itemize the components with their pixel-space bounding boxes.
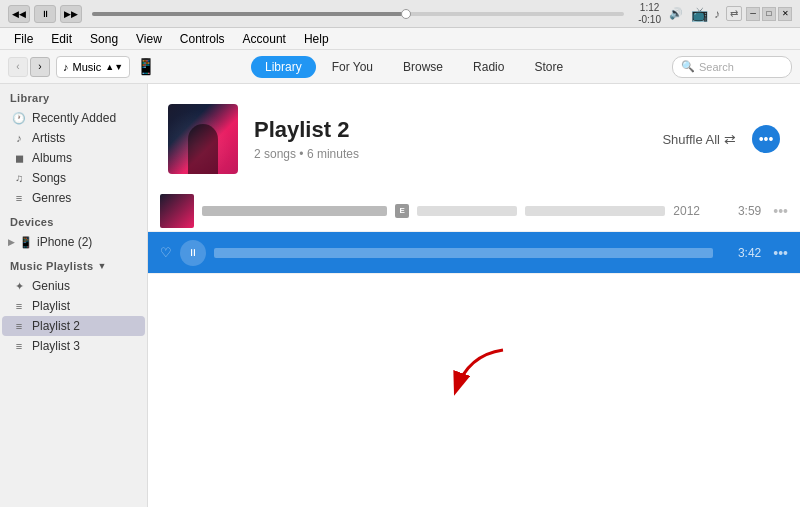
sidebar-item-albums[interactable]: ◼ Albums bbox=[2, 148, 145, 168]
maximize-button[interactable]: □ bbox=[762, 7, 776, 21]
content-area: Playlist 2 2 songs • 6 minutes Shuffle A… bbox=[148, 84, 800, 507]
source-selector[interactable]: ♪ Music ▲▼ bbox=[56, 56, 130, 78]
minimize-button[interactable]: ─ bbox=[746, 7, 760, 21]
sidebar-item-genres[interactable]: ≡ Genres bbox=[2, 188, 145, 208]
track2-more-button[interactable]: ••• bbox=[773, 245, 788, 261]
nav-bar: ‹ › ♪ Music ▲▼ 📱 Library For You Browse … bbox=[0, 50, 800, 84]
menu-account[interactable]: Account bbox=[235, 30, 294, 48]
music-note-small-icon: ♪ bbox=[63, 61, 69, 73]
sidebar: Library 🕐 Recently Added ♪ Artists ◼ Alb… bbox=[0, 84, 148, 507]
explicit-icon: E bbox=[395, 204, 409, 218]
artists-icon: ♪ bbox=[12, 132, 26, 144]
track2-name bbox=[214, 248, 713, 258]
sidebar-item-playlist3[interactable]: ≡ Playlist 3 bbox=[2, 336, 145, 356]
sidebar-item-recently-added[interactable]: 🕐 Recently Added bbox=[2, 108, 145, 128]
sidebar-label-playlist2: Playlist 2 bbox=[32, 319, 80, 333]
tab-for-you[interactable]: For You bbox=[318, 56, 387, 78]
songs-icon: ♫ bbox=[12, 172, 26, 184]
time-display: 1:12 -0:10 bbox=[638, 2, 661, 26]
track2-heart-button[interactable]: ♡ bbox=[160, 245, 172, 260]
sidebar-item-songs[interactable]: ♫ Songs bbox=[2, 168, 145, 188]
menu-help[interactable]: Help bbox=[296, 30, 337, 48]
airplay-icon[interactable]: 📺 bbox=[691, 6, 708, 22]
playlist-info: Playlist 2 2 songs • 6 minutes bbox=[254, 117, 638, 161]
iphone-icon: 📱 bbox=[19, 236, 33, 249]
menu-song[interactable]: Song bbox=[82, 30, 126, 48]
search-icon: 🔍 bbox=[681, 60, 695, 73]
sidebar-item-genius[interactable]: ✦ Genius bbox=[2, 276, 145, 296]
playlist2-icon: ≡ bbox=[12, 320, 26, 332]
progress-bar[interactable] bbox=[92, 12, 624, 16]
library-header: Library bbox=[0, 84, 147, 108]
ellipsis-icon: ••• bbox=[759, 131, 774, 147]
nav-arrows: ‹ › bbox=[8, 57, 50, 77]
playlists-header[interactable]: Music Playlists ▼ bbox=[0, 252, 147, 276]
table-row[interactable]: E 2012 3:59 ••• bbox=[148, 190, 800, 232]
time-elapsed: 1:12 bbox=[640, 2, 659, 14]
shuffle-all-button[interactable]: Shuffle All ⇄ bbox=[654, 127, 744, 151]
iphone-expander-icon[interactable]: ▶ bbox=[8, 237, 15, 247]
menu-controls[interactable]: Controls bbox=[172, 30, 233, 48]
nav-back[interactable]: ‹ bbox=[8, 57, 28, 77]
shuffle-icon[interactable]: ⇄ bbox=[726, 6, 742, 21]
sidebar-label-playlist: Playlist bbox=[32, 299, 70, 313]
devices-header: Devices bbox=[0, 208, 147, 232]
track2-duration: 3:42 bbox=[721, 246, 761, 260]
track1-more-button[interactable]: ••• bbox=[773, 203, 788, 219]
track1-year: 2012 bbox=[673, 204, 713, 218]
artwork-figure bbox=[188, 124, 218, 174]
menu-view[interactable]: View bbox=[128, 30, 170, 48]
genius-icon: ✦ bbox=[12, 280, 26, 293]
shuffle-all-label: Shuffle All bbox=[662, 132, 720, 147]
sidebar-label-recently-added: Recently Added bbox=[32, 111, 116, 125]
title-bar: ◀◀ ⏸ ▶▶ 1:12 -0:10 🔊 📺 ♪ ⇄ ─ □ ✕ bbox=[0, 0, 800, 28]
playlists-chevron-icon: ▼ bbox=[97, 261, 106, 271]
track1-artwork bbox=[160, 194, 194, 228]
nav-forward[interactable]: › bbox=[30, 57, 50, 77]
main-layout: Library 🕐 Recently Added ♪ Artists ◼ Alb… bbox=[0, 84, 800, 507]
tab-radio[interactable]: Radio bbox=[459, 56, 518, 78]
transport-controls: ◀◀ ⏸ ▶▶ 1:12 -0:10 🔊 📺 ♪ ⇄ bbox=[8, 2, 742, 26]
tab-store[interactable]: Store bbox=[520, 56, 577, 78]
playlist-artwork bbox=[168, 104, 238, 174]
forward-button[interactable]: ▶▶ bbox=[60, 5, 82, 23]
progress-thumb[interactable] bbox=[401, 9, 411, 19]
tab-library[interactable]: Library bbox=[251, 56, 316, 78]
sidebar-item-playlist2[interactable]: ≡ Playlist 2 bbox=[2, 316, 145, 336]
shuffle-all-icon: ⇄ bbox=[724, 131, 736, 147]
playlist-header: Playlist 2 2 songs • 6 minutes Shuffle A… bbox=[148, 84, 800, 190]
playlist-more-button[interactable]: ••• bbox=[752, 125, 780, 153]
annotation-arrow bbox=[438, 345, 518, 405]
menu-edit[interactable]: Edit bbox=[43, 30, 80, 48]
sidebar-item-playlist[interactable]: ≡ Playlist bbox=[2, 296, 145, 316]
track-list: E 2012 3:59 ••• ♡ ⏸ 3:42 ••• bbox=[148, 190, 800, 507]
menu-bar: File Edit Song View Controls Account Hel… bbox=[0, 28, 800, 50]
playlist-title: Playlist 2 bbox=[254, 117, 638, 143]
recently-added-icon: 🕐 bbox=[12, 112, 26, 125]
table-row[interactable]: ♡ ⏸ 3:42 ••• bbox=[148, 232, 800, 274]
source-chevron-icon: ▲▼ bbox=[105, 62, 123, 72]
track2-pause-button[interactable]: ⏸ bbox=[180, 240, 206, 266]
sidebar-label-playlist3: Playlist 3 bbox=[32, 339, 80, 353]
playlists-label: Music Playlists bbox=[10, 260, 93, 272]
source-label: Music bbox=[73, 61, 102, 73]
track1-name bbox=[202, 206, 387, 216]
albums-icon: ◼ bbox=[12, 152, 26, 165]
sidebar-label-genius: Genius bbox=[32, 279, 70, 293]
volume-icon[interactable]: 🔊 bbox=[669, 7, 683, 20]
playlist3-icon: ≡ bbox=[12, 340, 26, 352]
close-button[interactable]: ✕ bbox=[778, 7, 792, 21]
nav-tabs: Library For You Browse Radio Store bbox=[162, 56, 666, 78]
sidebar-label-albums: Albums bbox=[32, 151, 72, 165]
sidebar-label-artists: Artists bbox=[32, 131, 65, 145]
back-button[interactable]: ◀◀ bbox=[8, 5, 30, 23]
tab-browse[interactable]: Browse bbox=[389, 56, 457, 78]
search-placeholder: Search bbox=[699, 61, 734, 73]
sidebar-label-songs: Songs bbox=[32, 171, 66, 185]
pause-button[interactable]: ⏸ bbox=[34, 5, 56, 23]
sidebar-item-artists[interactable]: ♪ Artists bbox=[2, 128, 145, 148]
menu-file[interactable]: File bbox=[6, 30, 41, 48]
sidebar-item-iphone[interactable]: ▶ 📱 iPhone (2) bbox=[2, 232, 145, 252]
genres-icon: ≡ bbox=[12, 192, 26, 204]
search-box[interactable]: 🔍 Search bbox=[672, 56, 792, 78]
